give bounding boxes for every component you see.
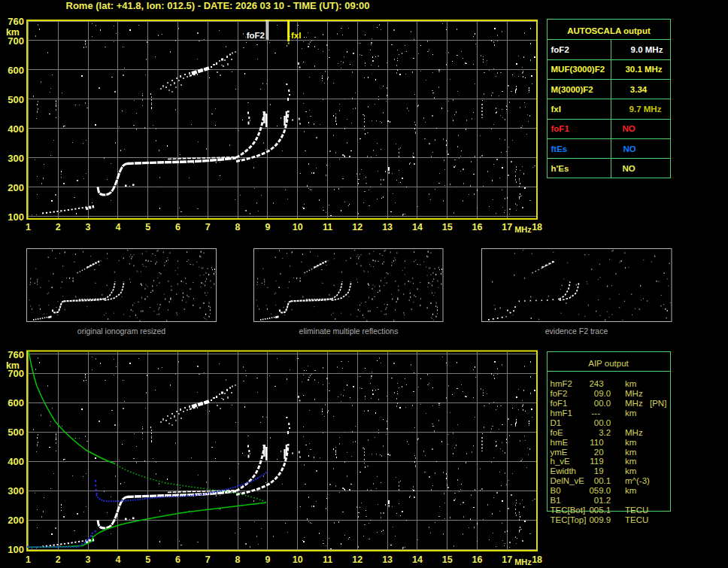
svg-text:500: 500 <box>8 427 24 438</box>
svg-text:km: km <box>625 457 636 466</box>
svg-text:119: 119 <box>590 457 603 466</box>
svg-text:17: 17 <box>502 222 512 232</box>
svg-text:h_vE: h_vE <box>551 457 571 466</box>
svg-text:09.0: 09.0 <box>594 389 611 398</box>
svg-text:AUTOSCALA output: AUTOSCALA output <box>567 26 651 35</box>
svg-text:6: 6 <box>175 554 180 565</box>
svg-text:NO: NO <box>622 164 635 173</box>
svg-text:km: km <box>625 486 636 495</box>
svg-text:200: 200 <box>8 182 24 193</box>
svg-text:hmF1: hmF1 <box>551 409 572 418</box>
svg-text:00.1: 00.1 <box>594 476 611 485</box>
svg-text:11: 11 <box>323 222 332 232</box>
svg-text:15: 15 <box>442 554 453 565</box>
svg-text:300: 300 <box>8 485 24 497</box>
svg-text:760: 760 <box>8 349 24 360</box>
svg-text:4: 4 <box>115 554 120 565</box>
svg-text:[PN]: [PN] <box>650 399 666 408</box>
svg-text:19: 19 <box>594 466 604 475</box>
svg-text:5: 5 <box>145 554 150 565</box>
svg-text:600: 600 <box>8 397 24 409</box>
svg-text:MHz: MHz <box>625 389 643 398</box>
svg-text:3.2: 3.2 <box>599 428 611 437</box>
svg-text:6: 6 <box>175 222 180 232</box>
svg-text:13: 13 <box>382 554 393 565</box>
svg-text:TEC[Top]: TEC[Top] <box>551 515 587 524</box>
svg-text:NO: NO <box>622 124 635 133</box>
svg-text:km: km <box>625 379 636 388</box>
svg-text:M(3000)F2: M(3000)F2 <box>551 85 593 94</box>
svg-text:00.0: 00.0 <box>594 418 611 427</box>
svg-text:700: 700 <box>8 35 24 47</box>
svg-text:Rome (lat: +41.8, lon: 012.5): Rome (lat: +41.8, lon: 012.5) - DATE: 20… <box>66 0 370 11</box>
svg-text:8: 8 <box>235 554 241 565</box>
svg-text:30.1 MHz: 30.1 MHz <box>625 65 662 74</box>
svg-text:hmE: hmE <box>551 438 569 447</box>
svg-text:12: 12 <box>352 554 362 565</box>
svg-text:009.9: 009.9 <box>589 515 611 524</box>
svg-text:1: 1 <box>26 222 31 232</box>
svg-text:5: 5 <box>145 222 150 232</box>
svg-text:3.34: 3.34 <box>630 85 648 94</box>
svg-text:foF1: foF1 <box>551 399 568 408</box>
svg-text:01.2: 01.2 <box>594 496 611 505</box>
svg-text:3: 3 <box>86 222 91 232</box>
svg-text:00.0: 00.0 <box>594 399 611 408</box>
svg-text:17: 17 <box>502 554 512 565</box>
svg-text:18: 18 <box>532 222 542 232</box>
svg-text:evidence F2 trace: evidence F2 trace <box>545 327 608 336</box>
svg-text:3: 3 <box>86 554 91 565</box>
svg-text:D1: D1 <box>551 418 562 427</box>
svg-text:Ewidth: Ewidth <box>551 466 577 475</box>
svg-text:18: 18 <box>532 554 542 565</box>
svg-text:059.0: 059.0 <box>589 486 611 495</box>
svg-text:km: km <box>625 409 636 418</box>
svg-text:15: 15 <box>442 222 453 232</box>
svg-text:14: 14 <box>412 222 423 232</box>
svg-text:foF2: foF2 <box>247 31 265 40</box>
svg-text:TECU: TECU <box>625 506 648 515</box>
svg-text:h'Es: h'Es <box>551 164 569 173</box>
svg-text:m^(-3): m^(-3) <box>625 476 650 485</box>
svg-text:760: 760 <box>8 16 24 27</box>
svg-text:500: 500 <box>8 94 24 105</box>
svg-text:ymE: ymE <box>551 448 568 457</box>
svg-text:16: 16 <box>472 222 483 232</box>
svg-text:km: km <box>625 448 636 457</box>
svg-text:10: 10 <box>293 554 303 565</box>
svg-text:13: 13 <box>382 222 393 232</box>
svg-text:9.0 MHz: 9.0 MHz <box>631 45 663 54</box>
svg-text:005.1: 005.1 <box>589 506 611 515</box>
svg-text:---: --- <box>592 409 601 418</box>
svg-text:4: 4 <box>115 222 120 232</box>
svg-text:12: 12 <box>352 222 362 232</box>
svg-text:AIP output: AIP output <box>588 359 629 368</box>
svg-text:16: 16 <box>472 554 483 565</box>
svg-text:fxI: fxI <box>291 31 301 40</box>
svg-text:MHz: MHz <box>625 428 643 437</box>
svg-text:100: 100 <box>8 544 24 555</box>
svg-text:NO: NO <box>623 144 635 153</box>
svg-text:400: 400 <box>8 123 24 135</box>
svg-text:14: 14 <box>412 554 423 565</box>
svg-text:8: 8 <box>235 222 241 232</box>
svg-text:fxI: fxI <box>551 105 561 114</box>
svg-text:600: 600 <box>8 65 24 76</box>
svg-text:2: 2 <box>56 554 61 565</box>
svg-text:foF2: foF2 <box>551 389 568 398</box>
svg-text:km: km <box>625 466 636 475</box>
svg-text:400: 400 <box>8 456 24 467</box>
svg-text:200: 200 <box>8 515 24 526</box>
svg-text:ftEs: ftEs <box>551 144 568 153</box>
svg-text:original ionogram resized: original ionogram resized <box>77 327 165 336</box>
svg-text:9: 9 <box>265 554 270 565</box>
svg-text:MHz: MHz <box>514 225 532 234</box>
svg-text:7: 7 <box>205 222 211 232</box>
svg-text:hmF2: hmF2 <box>551 379 572 388</box>
svg-text:DelN_vE: DelN_vE <box>551 476 585 485</box>
svg-text:km: km <box>625 438 636 447</box>
svg-text:20: 20 <box>594 448 604 457</box>
svg-text:9: 9 <box>265 222 270 232</box>
svg-text:foF2: foF2 <box>551 45 569 54</box>
svg-text:300: 300 <box>8 153 24 164</box>
